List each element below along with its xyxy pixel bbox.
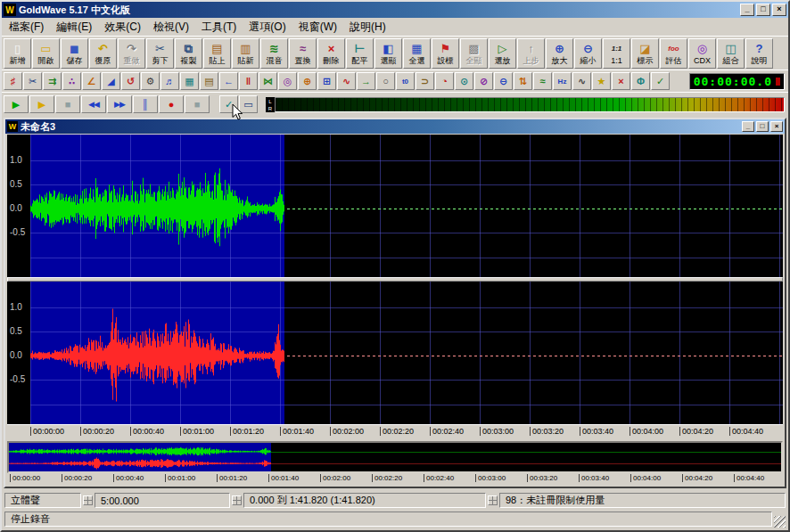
menu-window[interactable]: 視窗(W) [292, 18, 343, 37]
effect-icon-33[interactable]: Φ [631, 72, 650, 90]
cdx-button[interactable]: ◎CDX [688, 38, 716, 69]
open-button[interactable]: ▭開啟 [32, 38, 60, 69]
evaluate-button[interactable]: foo評估 [660, 38, 687, 69]
effect-icon-30[interactable]: ∿ [572, 72, 591, 90]
time-axis[interactable]: 00:00:0000:00:2000:00:4000:01:0000:01:20… [7, 424, 783, 438]
time-tick-label: 00:01:20 [217, 474, 247, 482]
effect-icon-6[interactable]: ◢ [102, 72, 120, 90]
join-button[interactable]: ◫組合 [717, 38, 745, 69]
waveform-left-channel[interactable] [30, 135, 783, 277]
select-all-button[interactable]: ▦全選 [403, 38, 431, 69]
effect-icon-7[interactable]: ↺ [121, 72, 140, 90]
effect-icon-34[interactable]: ✓ [651, 72, 670, 90]
effect-icon-9[interactable]: ♬ [160, 72, 179, 90]
time-tick-label: 00:01:00 [165, 474, 195, 482]
play-all-button[interactable]: ▶ [29, 95, 54, 113]
effect-icon-11[interactable]: ▤ [200, 72, 218, 90]
paste-new-button[interactable]: ▥貼新 [232, 38, 259, 69]
effect-icon-17[interactable]: ⊞ [317, 72, 336, 90]
paste-button[interactable]: ▤貼上 [203, 38, 231, 69]
help-button[interactable]: ?說明 [745, 38, 773, 69]
effect-icon-14[interactable]: ⋈ [259, 72, 277, 90]
waveform-right-channel[interactable] [30, 282, 783, 424]
menu-edit[interactable]: 編輯(E) [50, 18, 98, 37]
effect-icon-26[interactable]: ⊖ [494, 72, 513, 90]
menu-file[interactable]: 檔案(F) [3, 18, 50, 37]
copy-button[interactable]: ⧉複製 [175, 38, 202, 69]
menu-help[interactable]: 說明(H) [343, 18, 392, 37]
fast-forward-button[interactable]: ▶▶ [107, 95, 132, 113]
effect-icon-5[interactable]: ∠ [82, 72, 101, 90]
effect-icon-23[interactable]: ◔ [435, 72, 454, 90]
effect-icon-28[interactable]: ≈ [533, 72, 552, 90]
cut-icon: ✂ [155, 41, 165, 56]
record-stop-button[interactable]: ■ [185, 95, 210, 113]
set-marker-button[interactable]: ⚑設標 [432, 38, 459, 69]
effect-icon-24[interactable]: ⊙ [455, 72, 473, 90]
close-button[interactable]: × [772, 4, 786, 16]
zoom-1-1-button[interactable]: 1:11:1 [603, 38, 630, 69]
effect-icon-12[interactable]: ← [219, 72, 238, 90]
menu-view[interactable]: 檢視(V) [147, 18, 195, 37]
record-button[interactable]: ● [159, 95, 184, 113]
amplitude-label: 0.5 [10, 179, 22, 190]
zoom-in-button[interactable]: ⊕放大 [546, 38, 573, 69]
effect-icon-10[interactable]: ▦ [180, 72, 199, 90]
effect-icon-15[interactable]: ◎ [278, 72, 297, 90]
minimize-button[interactable]: _ [740, 4, 754, 16]
resize-grip[interactable] [774, 516, 786, 528]
mix-button[interactable]: ≋混音 [260, 38, 288, 69]
maximize-button[interactable]: □ [756, 4, 770, 16]
stop-button[interactable]: ■ [55, 95, 80, 113]
effect-icon-3[interactable]: ⇉ [43, 72, 62, 90]
effect-icon-13[interactable]: ‖ [239, 72, 258, 90]
amplitude-label: 1.0 [10, 155, 22, 166]
zoom-out-button[interactable]: ⊖縮小 [574, 38, 602, 69]
effect-icon-1[interactable]: ♯ [4, 72, 22, 90]
effect-icon-21[interactable]: t0 [396, 72, 415, 90]
toolbar-button-label: 剪下 [152, 56, 169, 66]
effect-icon-8[interactable]: ⚙ [141, 72, 160, 90]
effect-icon-19[interactable]: → [357, 72, 375, 90]
undo-button[interactable]: ↶復原 [89, 38, 117, 69]
document-maximize-button[interactable]: □ [756, 121, 769, 132]
effect-icon-22[interactable]: ⊃ [416, 72, 434, 90]
overview-waveform[interactable] [9, 443, 781, 471]
view-selection-button[interactable]: ◧選顯 [374, 38, 402, 69]
effect-icon-25[interactable]: ⊘ [474, 72, 493, 90]
effect-icon-20[interactable]: ○ [376, 72, 395, 90]
rewind-button[interactable]: ◀◀ [81, 95, 106, 113]
effect-icon-31[interactable]: ★ [592, 72, 611, 90]
effect-icon-2[interactable]: ✂ [23, 72, 42, 90]
previous-view-button[interactable]: ↑上步 [517, 38, 545, 69]
effect-icon-27[interactable]: ⇅ [514, 72, 532, 90]
toolbar-button-label: 重做 [124, 56, 140, 66]
redo-button[interactable]: ↷重做 [118, 38, 145, 69]
effect-icon-18[interactable]: ∿ [337, 72, 356, 90]
effect-icon-29[interactable]: Hz [553, 72, 572, 90]
document-close-button[interactable]: × [770, 121, 783, 132]
trim-button[interactable]: ⊢配平 [346, 38, 374, 69]
menu-tool[interactable]: 工具(T) [195, 18, 243, 37]
pause-button[interactable]: ║ [133, 95, 158, 113]
delete-button[interactable]: ×刪除 [317, 38, 345, 69]
effect-icon-4[interactable]: ∴ [62, 72, 81, 90]
replace-button[interactable]: ≈置換 [289, 38, 317, 69]
new-button[interactable]: ▯新增 [4, 38, 31, 69]
document-title-bar[interactable]: W 未命名3 _ □ × [5, 119, 785, 134]
play-selection-button[interactable]: ▷選放 [489, 38, 516, 69]
time-tick-label: 00:00:40 [130, 427, 164, 436]
document-minimize-button[interactable]: _ [742, 121, 754, 132]
menu-effect[interactable]: 效果(C) [98, 18, 147, 37]
cue-points-button[interactable]: ◪標示 [631, 38, 659, 69]
toolbar-button-label: 縮小 [580, 56, 597, 66]
toolbar-button-label: 評估 [666, 56, 682, 66]
cut-button[interactable]: ✂剪下 [146, 38, 174, 69]
play-button[interactable]: ▶ [4, 95, 29, 113]
effect-icon-32[interactable]: × [612, 72, 630, 90]
view-all-button[interactable]: ▩全顯 [460, 38, 488, 69]
save-button[interactable]: ◼儲存 [61, 38, 88, 69]
effect-icon-16[interactable]: ⊕ [298, 72, 317, 90]
menu-options[interactable]: 選項(O) [243, 18, 292, 37]
time-tick-label: 00:00:40 [113, 474, 144, 482]
